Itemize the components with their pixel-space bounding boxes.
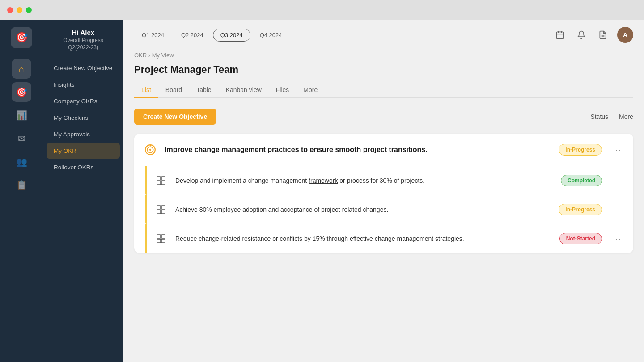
create-objective-button[interactable]: Create New Objective bbox=[134, 109, 216, 125]
kr-status-badge-3: Not-Started bbox=[559, 233, 602, 244]
user-avatar[interactable]: A bbox=[617, 27, 633, 43]
nav-okr[interactable]: 🎯 bbox=[12, 82, 31, 102]
sidebar-item-my-checkins[interactable]: My Checkins bbox=[47, 110, 120, 126]
key-results-1: Develop and implement a change managemen… bbox=[134, 166, 633, 253]
minimize-button[interactable] bbox=[17, 7, 22, 13]
topbar-icons: A bbox=[553, 27, 633, 43]
svg-rect-0 bbox=[557, 32, 564, 38]
nav-clipboard[interactable]: 📋 bbox=[12, 175, 31, 195]
svg-point-8 bbox=[149, 149, 151, 151]
tab-more[interactable]: More bbox=[296, 83, 325, 98]
tab-kanban[interactable]: Kanban view bbox=[219, 83, 269, 98]
topbar: Q1 2024 Q2 2024 Q3 2024 Q4 2024 bbox=[123, 20, 644, 43]
objective-more-button-1[interactable]: ⋯ bbox=[609, 143, 624, 156]
kr-more-button-3[interactable]: ⋯ bbox=[609, 232, 624, 245]
breadcrumb-okr: OKR bbox=[134, 52, 147, 59]
svg-rect-10 bbox=[157, 177, 161, 180]
kr-row-3: Reduce change-related resistance or conf… bbox=[145, 224, 633, 253]
quarter-tab-q4[interactable]: Q4 2024 bbox=[252, 29, 290, 42]
svg-rect-12 bbox=[157, 181, 161, 185]
kr-status-badge-2: In-Progress bbox=[559, 204, 602, 215]
kr-text-2: Achieve 80% employee adoption and accept… bbox=[175, 205, 551, 214]
svg-rect-18 bbox=[157, 235, 161, 238]
sidebar-item-rollover-okrs[interactable]: Rollover OKRs bbox=[47, 160, 120, 175]
kr-row-1: Develop and implement a change managemen… bbox=[145, 166, 633, 195]
tab-list[interactable]: List bbox=[134, 83, 158, 98]
quarter-tab-q2[interactable]: Q2 2024 bbox=[174, 29, 211, 42]
tab-files[interactable]: Files bbox=[269, 83, 297, 98]
quarter-tabs: Q1 2024 Q2 2024 Q3 2024 Q4 2024 bbox=[134, 29, 290, 42]
close-button[interactable] bbox=[7, 7, 13, 13]
breadcrumb-myview: My View bbox=[152, 52, 174, 59]
sidebar-item-company-okrs[interactable]: Company OKRs bbox=[47, 93, 120, 109]
kr-row-2: Achieve 80% employee adoption and accept… bbox=[145, 195, 633, 224]
window-chrome bbox=[0, 0, 644, 20]
sidebar-item-my-approvals[interactable]: My Approvals bbox=[47, 126, 120, 142]
tab-board[interactable]: Board bbox=[158, 83, 189, 98]
tab-table[interactable]: Table bbox=[189, 83, 218, 98]
kr-text-3: Reduce change-related resistance or conf… bbox=[175, 234, 552, 243]
kr-more-button-2[interactable]: ⋯ bbox=[609, 203, 624, 216]
kr-icon-1 bbox=[154, 173, 168, 188]
objective-text-1: Improve change management practices to e… bbox=[165, 144, 551, 155]
svg-rect-17 bbox=[161, 210, 165, 214]
doc-icon[interactable] bbox=[596, 28, 610, 42]
quarter-tab-q3[interactable]: Q3 2024 bbox=[213, 29, 250, 42]
user-period: Q2(2022-23) bbox=[50, 44, 116, 51]
objective-status-badge-1: In-Progress bbox=[559, 144, 602, 156]
status-label: Status bbox=[590, 113, 608, 120]
kr-more-button-1[interactable]: ⋯ bbox=[609, 174, 624, 187]
app-logo[interactable]: 🎯 bbox=[11, 27, 32, 48]
svg-rect-21 bbox=[161, 239, 165, 243]
breadcrumb-separator: › bbox=[148, 52, 152, 59]
svg-rect-16 bbox=[157, 210, 161, 214]
nav-home[interactable]: ⌂ bbox=[12, 59, 31, 79]
icon-rail: 🎯 ⌂ 🎯 📊 ✉ 👥 📋 bbox=[0, 20, 43, 362]
quarter-tab-q1[interactable]: Q1 2024 bbox=[134, 29, 172, 42]
svg-rect-20 bbox=[157, 239, 161, 243]
sidebar-item-create-new-objective[interactable]: Create New Objective bbox=[47, 60, 120, 76]
nav-mail[interactable]: ✉ bbox=[12, 129, 31, 148]
user-greeting: Hi Alex bbox=[50, 29, 116, 36]
objective-header-1: Improve change management practices to e… bbox=[134, 134, 633, 166]
content-area: OKR › My View Project Manager Team List … bbox=[123, 43, 644, 362]
nav-chart[interactable]: 📊 bbox=[12, 105, 31, 125]
kr-connector-3 bbox=[145, 224, 147, 253]
page-title: Project Manager Team bbox=[134, 64, 633, 76]
breadcrumb: OKR › My View bbox=[134, 52, 633, 59]
kr-status-badge-1: Completed bbox=[561, 175, 602, 186]
bell-icon[interactable] bbox=[574, 28, 589, 42]
objective-card-1: Improve change management practices to e… bbox=[134, 134, 633, 253]
svg-rect-19 bbox=[161, 235, 165, 238]
more-label: More bbox=[619, 113, 633, 120]
svg-rect-13 bbox=[161, 181, 165, 185]
view-tabs: List Board Table Kanban view Files More bbox=[134, 83, 633, 98]
kr-connector-1 bbox=[145, 166, 147, 195]
user-progress-label: Overall Progress bbox=[50, 37, 116, 43]
action-right: Status More bbox=[590, 113, 633, 120]
svg-rect-11 bbox=[161, 177, 165, 180]
app-container: 🎯 ⌂ 🎯 📊 ✉ 👥 📋 Hi Alex Overall Progress Q… bbox=[0, 0, 644, 362]
kr-icon-2 bbox=[154, 202, 168, 217]
svg-rect-14 bbox=[157, 206, 161, 209]
sidebar-user: Hi Alex Overall Progress Q2(2022-23) bbox=[43, 29, 123, 59]
svg-rect-15 bbox=[161, 206, 165, 209]
action-bar: Create New Objective Status More bbox=[134, 109, 633, 125]
nav-users[interactable]: 👥 bbox=[12, 152, 31, 172]
kr-connector-2 bbox=[145, 195, 147, 224]
sidebar-item-insights[interactable]: Insights bbox=[47, 77, 120, 93]
sidebar: Hi Alex Overall Progress Q2(2022-23) Cre… bbox=[43, 20, 123, 362]
calendar-icon[interactable] bbox=[553, 28, 567, 42]
kr-text-1: Develop and implement a change managemen… bbox=[175, 176, 554, 185]
kr-icon-3 bbox=[154, 232, 168, 246]
maximize-button[interactable] bbox=[26, 7, 32, 13]
sidebar-item-my-okr[interactable]: My OKR bbox=[47, 143, 120, 159]
objective-target-icon bbox=[143, 143, 157, 157]
main-content: Q1 2024 Q2 2024 Q3 2024 Q4 2024 bbox=[123, 20, 644, 362]
